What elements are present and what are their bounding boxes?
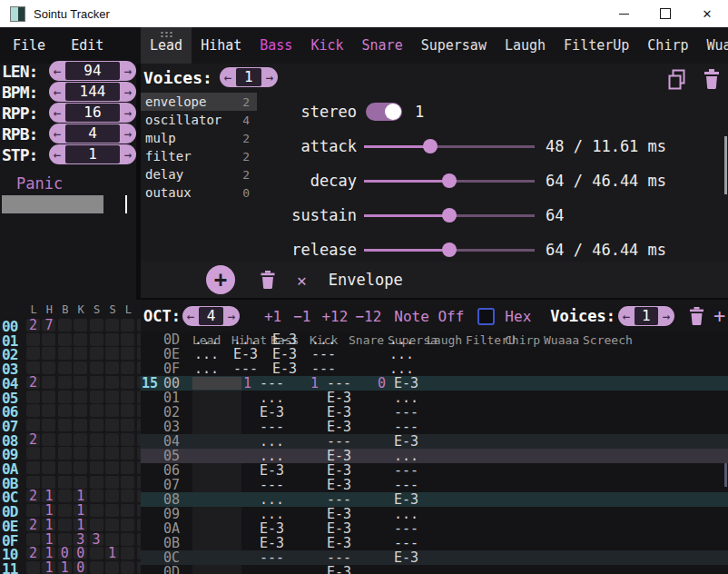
stp-stepper-value[interactable]: 1 xyxy=(65,145,120,163)
note-cell[interactable]: --- xyxy=(233,361,258,376)
stereo-toggle[interactable] xyxy=(366,103,402,121)
note-cell[interactable]: --- xyxy=(311,361,336,376)
menu-edit[interactable]: Edit xyxy=(71,37,103,54)
order-cell[interactable] xyxy=(105,476,119,489)
order-cell[interactable] xyxy=(58,361,72,374)
order-cell[interactable]: 3 xyxy=(74,533,87,546)
note-cell[interactable]: E-3 xyxy=(310,478,351,492)
unit-item-oscillator[interactable]: oscillator4 xyxy=(141,111,257,129)
order-cell[interactable] xyxy=(90,347,103,360)
order-cell[interactable] xyxy=(105,404,119,417)
order-cell[interactable] xyxy=(74,404,87,417)
tab-bass[interactable]: Bass xyxy=(251,27,301,64)
order-cell[interactable]: 1 xyxy=(42,519,55,531)
order-cell[interactable]: 1 xyxy=(42,504,55,517)
order-cell[interactable] xyxy=(74,391,87,403)
order-cell[interactable] xyxy=(26,533,40,546)
order-cell[interactable] xyxy=(105,533,119,546)
order-cell[interactable] xyxy=(121,391,134,403)
order-cell[interactable] xyxy=(42,461,55,474)
slider-knob[interactable] xyxy=(442,208,457,223)
note-cell[interactable]: ... xyxy=(243,449,284,463)
order-cell[interactable] xyxy=(26,476,40,489)
note-cell[interactable]: ... xyxy=(389,361,414,376)
note-cell[interactable]: E-3 xyxy=(378,492,418,507)
order-cell[interactable] xyxy=(26,404,40,417)
order-cell[interactable] xyxy=(105,461,119,474)
note-cell[interactable]: ... xyxy=(243,507,284,521)
order-cell[interactable] xyxy=(42,333,55,346)
order-cell[interactable]: 2 xyxy=(26,519,40,531)
order-cell[interactable] xyxy=(58,391,72,403)
order-cell[interactable] xyxy=(58,404,72,417)
order-cell[interactable] xyxy=(90,547,103,559)
track-voices-stepper-value[interactable]: 1 xyxy=(635,307,658,325)
order-cell[interactable] xyxy=(58,533,72,546)
order-cell[interactable] xyxy=(74,433,87,446)
transpose-minus12[interactable]: −12 xyxy=(355,308,381,325)
bpm-stepper-value[interactable]: 144 xyxy=(65,83,120,101)
octave-stepper-value[interactable]: 4 xyxy=(199,307,223,325)
transpose-minus1[interactable]: −1 xyxy=(293,308,310,325)
len-stepper-decrement-arrow-icon[interactable]: ← xyxy=(49,64,65,78)
sustain-slider[interactable] xyxy=(364,207,535,223)
order-cell[interactable] xyxy=(26,461,40,474)
note-cell[interactable]: ... xyxy=(389,347,414,361)
len-stepper-value[interactable]: 94 xyxy=(65,62,120,80)
order-cell[interactable] xyxy=(42,391,55,403)
note-cell[interactable]: ... xyxy=(378,449,418,463)
maximize-button[interactable] xyxy=(644,0,686,27)
order-cell[interactable]: 1 xyxy=(105,547,119,559)
order-cell[interactable] xyxy=(105,347,119,360)
note-cell[interactable]: E-3 xyxy=(243,463,284,478)
rpb-stepper-increment-arrow-icon[interactable]: → xyxy=(120,126,136,141)
order-cell[interactable] xyxy=(74,361,87,374)
order-cell[interactable] xyxy=(105,376,119,389)
order-cell[interactable] xyxy=(121,461,134,474)
order-cell[interactable] xyxy=(42,476,55,489)
delete-track-button[interactable] xyxy=(689,307,704,325)
note-cell[interactable]: --- xyxy=(310,492,351,507)
tab-kick[interactable]: Kick xyxy=(301,27,352,64)
add-unit-button[interactable]: + xyxy=(206,265,235,294)
order-cell[interactable] xyxy=(26,504,40,517)
order-cell[interactable] xyxy=(105,419,119,431)
edit-cursor[interactable] xyxy=(192,377,241,390)
order-cell[interactable]: 1 xyxy=(58,561,72,574)
order-cell[interactable] xyxy=(74,319,87,332)
note-cell[interactable]: --- xyxy=(243,550,284,565)
note-cell[interactable]: --- xyxy=(310,434,351,449)
transpose-plus1[interactable]: +1 xyxy=(264,308,281,325)
order-cell[interactable] xyxy=(90,476,103,489)
decay-slider[interactable] xyxy=(364,173,535,189)
octave-stepper-increment-arrow-icon[interactable]: → xyxy=(223,309,240,323)
note-cell[interactable]: E-3 xyxy=(310,391,351,405)
order-cell[interactable] xyxy=(74,476,87,489)
order-cell[interactable] xyxy=(58,376,72,389)
drag-handle-icon[interactable] xyxy=(160,31,172,37)
order-cell[interactable]: 0 xyxy=(74,547,87,559)
unit-item-delay[interactable]: delay2 xyxy=(141,165,257,183)
order-cell[interactable] xyxy=(74,419,87,431)
stp-stepper-increment-arrow-icon[interactable]: → xyxy=(120,147,136,162)
note-cell[interactable]: --- xyxy=(378,405,418,420)
order-cell[interactable] xyxy=(90,404,103,417)
order-cell[interactable] xyxy=(121,376,134,389)
order-cell[interactable] xyxy=(26,333,40,346)
order-cell[interactable] xyxy=(74,447,87,460)
len-stepper-increment-arrow-icon[interactable]: → xyxy=(120,64,136,78)
order-cell[interactable] xyxy=(58,433,72,446)
panic-button[interactable]: Panic xyxy=(16,174,63,193)
order-cell[interactable] xyxy=(42,361,55,374)
rpp-stepper-decrement-arrow-icon[interactable]: ← xyxy=(49,105,65,120)
order-cell[interactable] xyxy=(121,333,134,346)
order-cell[interactable] xyxy=(90,333,103,346)
order-cell[interactable] xyxy=(58,419,72,431)
note-cell[interactable]: --- xyxy=(311,347,336,361)
order-cell[interactable]: 0 xyxy=(58,547,72,559)
note-cell[interactable]: E-3 xyxy=(310,565,351,574)
order-cell[interactable] xyxy=(26,561,40,574)
order-cell[interactable] xyxy=(105,319,119,332)
order-cell[interactable]: 2 xyxy=(26,547,40,559)
order-cell[interactable]: 2 xyxy=(26,490,40,502)
